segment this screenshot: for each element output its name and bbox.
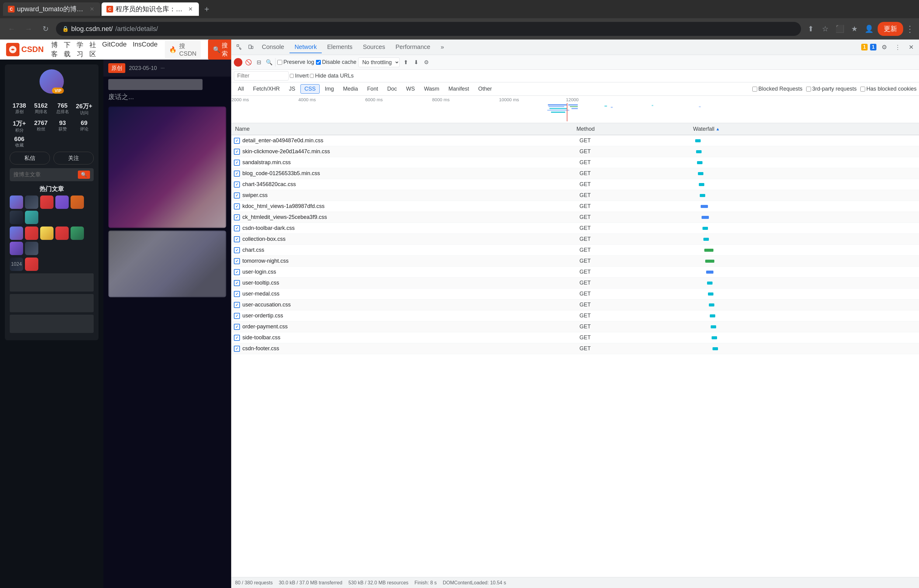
- tab-2[interactable]: C 程序员的知识仓库：开发... ✕: [102, 2, 199, 16]
- table-row[interactable]: ✓chart.cssGET: [231, 245, 919, 256]
- filter-icon[interactable]: ⊟: [255, 58, 263, 66]
- message-button[interactable]: 私信: [10, 152, 50, 165]
- share-icon[interactable]: ⬆: [805, 23, 817, 35]
- filter-all[interactable]: All: [234, 84, 248, 94]
- menu-button[interactable]: ⋮: [906, 24, 914, 34]
- tab-2-close[interactable]: ✕: [187, 5, 194, 13]
- invert-label[interactable]: Invert: [290, 73, 308, 79]
- filter-ws[interactable]: WS: [402, 84, 419, 94]
- table-row[interactable]: ✓tomorrow-night.cssGET: [231, 256, 919, 267]
- search-button[interactable]: 🔍 搜索: [208, 40, 231, 60]
- csdn-search[interactable]: 🔥 搜CSDN: [165, 40, 201, 59]
- table-row[interactable]: ✓user-accusation.cssGET: [231, 299, 919, 310]
- nav-learn[interactable]: 学习: [77, 40, 83, 59]
- blocked-requests-checkbox[interactable]: [753, 87, 757, 92]
- close-devtools-icon[interactable]: ✕: [906, 42, 917, 53]
- csdn-header: CSDN 博客 下载 学习 社区 GitCode InsCode 🔥 搜CSDN…: [0, 40, 231, 60]
- filter-media[interactable]: Media: [339, 84, 362, 94]
- nav-inscode[interactable]: InsCode: [132, 40, 158, 59]
- preserve-log-label[interactable]: Preserve log: [277, 59, 314, 65]
- filter-fetch-xhr[interactable]: Fetch/XHR: [249, 84, 284, 94]
- address-input[interactable]: 🔒 blog.csdn.net/ /article/details/: [56, 22, 801, 36]
- table-row[interactable]: ✓sandalstrap.min.cssGET: [231, 157, 919, 168]
- table-row[interactable]: ✓chart-3456820cac.cssGET: [231, 179, 919, 190]
- search-articles-button[interactable]: 🔍: [78, 171, 90, 179]
- filter-manifest[interactable]: Manifest: [444, 84, 473, 94]
- table-row[interactable]: ✓blog_code-01256533b5.min.cssGET: [231, 168, 919, 179]
- table-row[interactable]: ✓csdn-toolbar-dark.cssGET: [231, 223, 919, 234]
- tab-1[interactable]: C upward_tomato的博客_CSDN... ✕: [3, 2, 100, 16]
- settings-network-icon[interactable]: ⚙: [422, 58, 431, 66]
- new-tab-button[interactable]: +: [200, 2, 213, 16]
- blocked-requests-label[interactable]: Blocked Requests: [753, 86, 803, 92]
- table-row[interactable]: ✓skin-clickmove-2e0d1a447c.min.cssGET: [231, 146, 919, 157]
- extension-icon-2[interactable]: ★: [848, 23, 861, 35]
- hide-urls-checkbox[interactable]: [310, 74, 314, 78]
- nav-gitcode[interactable]: GitCode: [102, 40, 127, 59]
- inspect-element-icon[interactable]: [234, 42, 245, 53]
- more-options-icon[interactable]: ⋮: [892, 42, 903, 53]
- nav-download[interactable]: 下载: [64, 40, 71, 59]
- filter-js[interactable]: JS: [285, 84, 299, 94]
- tab-network[interactable]: Network: [289, 41, 321, 53]
- table-row[interactable]: ✓side-toolbar.cssGET: [231, 332, 919, 343]
- stat-favorites-label: 收藏: [10, 142, 29, 148]
- has-blocked-cookies-checkbox[interactable]: [860, 87, 865, 92]
- filter-font[interactable]: Font: [363, 84, 382, 94]
- tab-console[interactable]: Console: [257, 41, 289, 53]
- table-row[interactable]: ✓kdoc_html_views-1a98987dfd.cssGET: [231, 201, 919, 212]
- filter-img[interactable]: Img: [321, 84, 338, 94]
- preserve-log-checkbox[interactable]: [277, 60, 282, 65]
- table-row[interactable]: ✓ck_htmledit_views-25cebea3f9.cssGET: [231, 212, 919, 223]
- table-row[interactable]: ✓swiper.cssGET: [231, 190, 919, 201]
- has-blocked-cookies-label[interactable]: Has blocked cookies: [860, 86, 917, 92]
- forward-button[interactable]: →: [22, 22, 35, 36]
- row-file-name: blog_code-01256533b5.min.css: [240, 170, 577, 177]
- table-row[interactable]: ✓csdn-footer.cssGET: [231, 343, 919, 354]
- bookmark-icon[interactable]: ☆: [819, 23, 832, 35]
- stat-points-num: 1万+: [10, 120, 29, 128]
- throttle-select[interactable]: No throttling Slow 3G Fast 3G: [358, 57, 400, 67]
- extension-icon[interactable]: ⬛: [834, 23, 846, 35]
- table-row[interactable]: ✓order-payment.cssGET: [231, 321, 919, 332]
- network-table[interactable]: ✓detail_enter-a049487e0d.min.cssGET✓skin…: [231, 135, 919, 577]
- table-row[interactable]: ✓user-tooltip.cssGET: [231, 278, 919, 289]
- filter-css[interactable]: CSS: [300, 84, 320, 94]
- nav-community[interactable]: 社区: [89, 40, 96, 59]
- follow-button[interactable]: 关注: [53, 152, 94, 165]
- back-button[interactable]: ←: [5, 22, 18, 36]
- device-toolbar-icon[interactable]: [245, 42, 256, 53]
- settings-icon[interactable]: ⚙: [879, 42, 890, 53]
- filter-other[interactable]: Other: [475, 84, 496, 94]
- tab-1-close[interactable]: ✕: [88, 5, 95, 13]
- table-row[interactable]: ✓user-medal.cssGET: [231, 289, 919, 299]
- tab-more[interactable]: »: [436, 41, 449, 53]
- disable-cache-checkbox[interactable]: [316, 60, 321, 65]
- table-row[interactable]: ✓user-login.cssGET: [231, 267, 919, 278]
- tab-sources[interactable]: Sources: [358, 41, 390, 53]
- search-network-icon[interactable]: 🔍: [265, 58, 273, 66]
- table-row[interactable]: ✓user-ordertip.cssGET: [231, 310, 919, 321]
- profile-icon[interactable]: 👤: [863, 23, 875, 35]
- export-icon[interactable]: ⬇: [412, 58, 420, 66]
- hide-urls-label[interactable]: Hide data URLs: [310, 73, 354, 79]
- invert-checkbox[interactable]: [290, 74, 294, 78]
- import-icon[interactable]: ⬆: [401, 58, 410, 66]
- stat-favorites-num: 606: [10, 136, 29, 142]
- table-row[interactable]: ✓collection-box.cssGET: [231, 234, 919, 245]
- filter-doc[interactable]: Doc: [383, 84, 401, 94]
- refresh-button[interactable]: ↻: [39, 22, 52, 36]
- filter-wasm[interactable]: Wasm: [420, 84, 443, 94]
- record-button[interactable]: [234, 58, 242, 66]
- filter-input[interactable]: [234, 71, 289, 81]
- table-row[interactable]: ✓detail_enter-a049487e0d.min.cssGET: [231, 135, 919, 146]
- search-articles-input[interactable]: [13, 171, 76, 178]
- clear-button[interactable]: 🚫: [244, 58, 253, 66]
- tab-performance[interactable]: Performance: [391, 41, 436, 53]
- tab-elements[interactable]: Elements: [322, 41, 357, 53]
- disable-cache-label[interactable]: Disable cache: [316, 59, 356, 65]
- nav-blog[interactable]: 博客: [51, 40, 58, 59]
- third-party-checkbox[interactable]: [806, 87, 811, 92]
- update-button[interactable]: 更新: [878, 22, 903, 36]
- third-party-label[interactable]: 3rd-party requests: [806, 86, 857, 92]
